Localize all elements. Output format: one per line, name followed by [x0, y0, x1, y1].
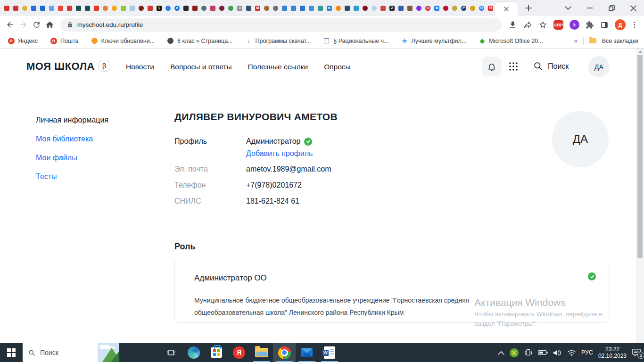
pinned-tab[interactable]	[110, 1, 119, 15]
pinned-tab[interactable]	[11, 1, 20, 15]
site-logo[interactable]: МОЯ ШКОЛА	[26, 60, 95, 73]
back-button[interactable]	[4, 18, 17, 32]
pinned-tab[interactable]	[92, 1, 101, 15]
pinned-tab[interactable]	[47, 1, 56, 15]
phone-link-tray-icon[interactable]	[524, 349, 533, 357]
download-icon[interactable]	[508, 20, 517, 29]
taskbar-app-chrome[interactable]	[273, 343, 296, 362]
bookmark-item[interactable]: § Рациональные ч...	[323, 37, 388, 44]
pinned-tab[interactable]: Я	[486, 1, 495, 15]
weather-widget[interactable]	[98, 343, 119, 362]
scrollbar-up-arrow[interactable]	[638, 50, 642, 53]
bookmark-item[interactable]: ★Лучшие мультфил...	[401, 37, 467, 44]
pinned-tab[interactable]	[343, 1, 352, 15]
start-button[interactable]	[0, 343, 23, 362]
taskbar-clock[interactable]: 23:22 02.10.2023	[598, 346, 627, 359]
pinned-tab[interactable]: M	[253, 1, 262, 15]
task-view-button[interactable]	[160, 343, 182, 362]
taskbar-app-yandex[interactable]: Я	[228, 343, 250, 362]
pinned-tab[interactable]	[182, 1, 190, 15]
site-search-button[interactable]: Поиск	[533, 61, 569, 71]
pinned-tab[interactable]	[244, 1, 253, 15]
pinned-tab[interactable]	[361, 1, 370, 15]
nav-item-новости[interactable]: Новости	[126, 63, 154, 71]
taskbar-app-word[interactable]: W	[318, 343, 341, 362]
bookmark-item[interactable]: ↓Программы скачат...	[245, 37, 311, 44]
battery-tray-icon[interactable]	[538, 349, 548, 356]
pinned-tab[interactable]	[316, 1, 325, 15]
pinned-tab[interactable]	[2, 1, 11, 15]
pinned-tab[interactable]	[56, 1, 65, 15]
wifi-tray-icon[interactable]	[567, 349, 576, 356]
pinned-tab[interactable]	[307, 1, 316, 15]
forward-button[interactable]	[17, 18, 30, 32]
restore-button[interactable]	[601, 0, 622, 16]
pinned-tab[interactable]	[370, 1, 379, 15]
bookmark-item[interactable]: Ключи обновлени...	[91, 37, 155, 44]
taskbar-search[interactable]: Поиск	[23, 343, 119, 362]
pinned-tab[interactable]: G	[477, 1, 486, 15]
pinned-tab[interactable]	[405, 1, 414, 15]
bookmark-item[interactable]: ◆Microsoft Office 20...	[479, 37, 543, 44]
pinned-tab[interactable]: 3	[235, 1, 244, 15]
pinned-tab[interactable]	[83, 1, 92, 15]
taskbar-app-store[interactable]	[205, 343, 228, 362]
pinned-tab[interactable]	[396, 1, 405, 15]
pinned-tab[interactable]	[164, 1, 173, 15]
tab-close-icon[interactable]	[504, 6, 509, 12]
pinned-tab[interactable]	[38, 1, 47, 15]
pinned-tab[interactable]	[271, 1, 280, 15]
pinned-tab[interactable]	[119, 1, 128, 15]
pinned-tab[interactable]	[379, 1, 388, 15]
pinned-tab[interactable]: Р	[459, 1, 468, 15]
language-indicator[interactable]: РУС	[581, 349, 593, 356]
reload-button[interactable]	[30, 18, 43, 32]
k-extension-icon[interactable]: k	[570, 20, 579, 30]
pinned-tab[interactable]	[74, 1, 83, 15]
taskbar-app-mail[interactable]	[296, 343, 318, 362]
sidebar-item[interactable]: Мои файлы	[36, 154, 77, 162]
taskbar-app-edge[interactable]	[182, 343, 205, 362]
bookmark-item[interactable]: 6 клас » Страница...	[167, 37, 233, 44]
side-panel-icon[interactable]	[600, 21, 609, 29]
pinned-tab[interactable]	[441, 1, 450, 15]
pinned-tab[interactable]	[190, 1, 199, 15]
pinned-tab[interactable]: e	[173, 1, 182, 15]
pinned-tab[interactable]	[280, 1, 289, 15]
pinned-tab[interactable]	[20, 1, 29, 15]
pinned-tab[interactable]	[352, 1, 361, 15]
bookmark-item[interactable]: ЯЯндекс	[8, 37, 38, 44]
antivirus-tray-icon[interactable]	[510, 348, 519, 357]
close-window-button[interactable]	[622, 0, 644, 16]
pinned-tab[interactable]	[217, 1, 226, 15]
nav-item-вопросы[interactable]: Вопросы и ответы	[170, 63, 232, 71]
pinned-tab[interactable]	[101, 1, 110, 15]
sidebar-item[interactable]: Тесты	[36, 173, 57, 181]
nav-item-опросы[interactable]: Опросы	[324, 63, 351, 71]
browser-menu-icon[interactable]	[632, 22, 637, 28]
bookmarks-overflow-chevron[interactable]: »	[574, 37, 577, 44]
bookmark-item[interactable]: ЯПошта	[50, 37, 79, 44]
volume-tray-icon[interactable]	[553, 349, 562, 356]
tray-expand-chevron[interactable]	[498, 351, 504, 355]
pinned-tab[interactable]	[29, 1, 38, 15]
pinned-tab[interactable]: D	[423, 1, 432, 15]
pinned-tab[interactable]: в	[325, 1, 334, 15]
site-avatar[interactable]: ДА	[588, 56, 610, 77]
pinned-tab[interactable]: §	[155, 1, 164, 15]
taskbar-app-explorer[interactable]	[250, 343, 273, 362]
pinned-tab[interactable]	[128, 1, 137, 15]
browser-profile-avatar[interactable]: Д	[615, 19, 626, 30]
window-menu-chevron[interactable]	[557, 0, 579, 16]
extensions-puzzle-icon[interactable]	[586, 21, 594, 29]
pinned-tab[interactable]	[226, 1, 235, 15]
adblock-extension-icon[interactable]: ABP	[553, 20, 563, 30]
nav-item-полезные[interactable]: Полезные ссылки	[248, 63, 308, 71]
home-button[interactable]	[43, 18, 57, 32]
apps-grid-icon[interactable]	[508, 61, 519, 72]
pinned-tab[interactable]	[414, 1, 423, 15]
pinned-tab[interactable]	[468, 1, 477, 15]
pinned-tab[interactable]	[137, 1, 146, 15]
sidebar-item[interactable]: Моя библиотека	[36, 135, 93, 143]
pinned-tab[interactable]	[289, 1, 298, 15]
